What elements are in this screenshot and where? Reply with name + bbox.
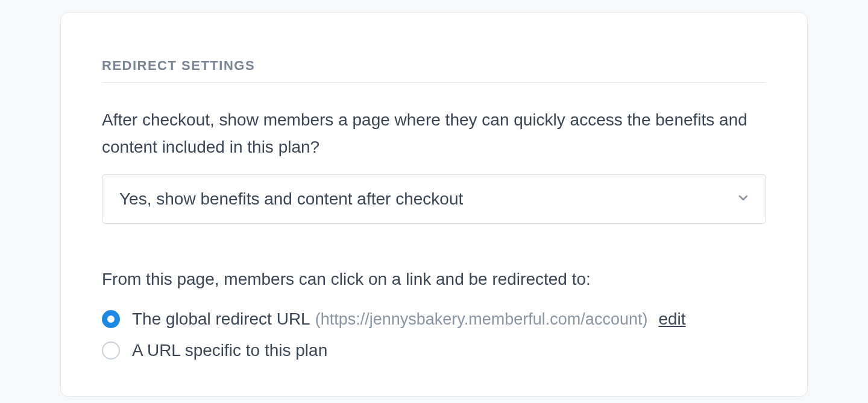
- radio-selected-icon: [102, 310, 120, 328]
- radio-label-specific: A URL specific to this plan: [132, 341, 327, 360]
- redirect-description: From this page, members can click on a l…: [102, 266, 766, 293]
- benefits-dropdown-wrapper: Yes, show benefits and content after che…: [102, 174, 766, 224]
- redirect-radio-group: The global redirect URL (https://jennysb…: [102, 309, 766, 360]
- edit-link[interactable]: edit: [658, 309, 685, 329]
- radio-unselected-icon: [102, 341, 120, 360]
- radio-option-global-url[interactable]: The global redirect URL (https://jennysb…: [102, 309, 766, 329]
- checkout-description: After checkout, show members a page wher…: [102, 107, 766, 161]
- radio-option-specific-url[interactable]: A URL specific to this plan: [102, 341, 766, 360]
- radio-global-text: The global redirect URL: [132, 309, 310, 329]
- redirect-settings-card: REDIRECT SETTINGS After checkout, show m…: [60, 12, 808, 397]
- radio-specific-text: A URL specific to this plan: [132, 341, 327, 360]
- global-url-value: (https://jennysbakery.memberful.com/acco…: [315, 310, 648, 329]
- benefits-dropdown[interactable]: Yes, show benefits and content after che…: [102, 174, 766, 224]
- radio-label-global: The global redirect URL (https://jennysb…: [132, 309, 686, 329]
- dropdown-selected-value: Yes, show benefits and content after che…: [119, 189, 463, 209]
- section-title: REDIRECT SETTINGS: [102, 58, 766, 83]
